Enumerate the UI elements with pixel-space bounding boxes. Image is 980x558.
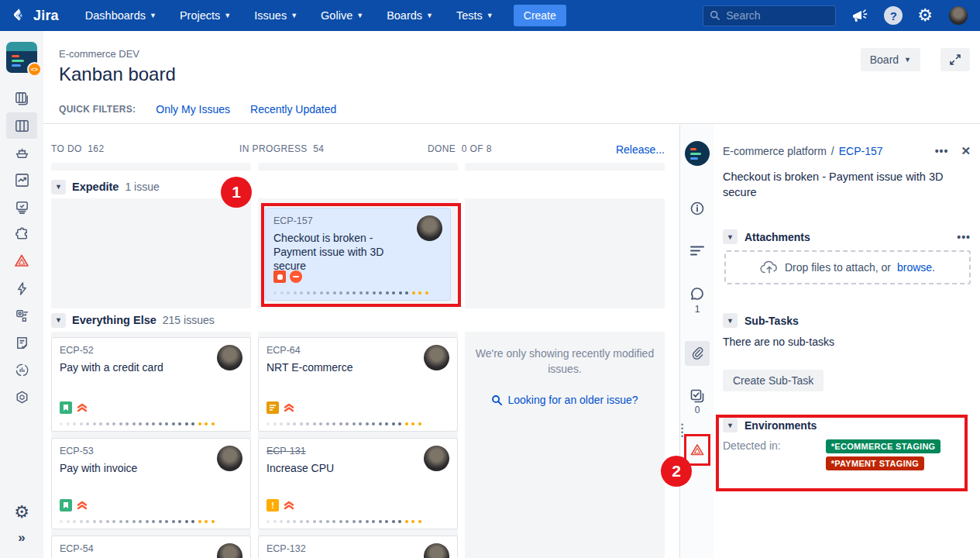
cycle-icon[interactable] bbox=[6, 356, 37, 383]
chevron-down-icon: ▼ bbox=[356, 12, 363, 19]
card-key[interactable]: ECP-64 bbox=[266, 345, 449, 356]
panel-resize-handle[interactable]: •••• bbox=[681, 423, 684, 439]
aging-dot bbox=[60, 422, 63, 425]
card-key[interactable]: ECP-132 bbox=[266, 543, 449, 554]
collapse-section-button[interactable]: ▼ bbox=[723, 418, 738, 432]
card-key[interactable]: ECP-53 bbox=[60, 446, 242, 456]
card-key[interactable]: ECP-54 bbox=[60, 543, 242, 554]
more-actions-icon[interactable]: ••• bbox=[935, 145, 949, 157]
collapse-section-button[interactable]: ▼ bbox=[723, 229, 738, 244]
help-icon[interactable]: ? bbox=[884, 6, 903, 25]
card-ecp-52[interactable]: ECP-52 Pay with a credit card bbox=[51, 337, 251, 432]
structure-icon[interactable] bbox=[6, 302, 37, 329]
settings-gear-icon[interactable]: ⚙ bbox=[14, 504, 29, 521]
bug-type-icon bbox=[273, 270, 286, 283]
swimlane-expedite-columns: ECP-157 Checkout is broken - Payment iss… bbox=[51, 198, 672, 308]
nav-item-dashboards[interactable]: Dashboards▼ bbox=[85, 9, 156, 22]
release-link[interactable]: Release... bbox=[616, 143, 665, 156]
expand-chevrons-icon[interactable]: » bbox=[18, 530, 25, 546]
aging-dot bbox=[198, 520, 201, 523]
pages-icon[interactable] bbox=[6, 329, 37, 356]
aging-dot bbox=[280, 291, 284, 294]
gear-icon[interactable]: ⚙ bbox=[917, 7, 933, 24]
jira-logo[interactable]: Jira bbox=[11, 7, 59, 24]
env-badge-ecommerce-staging[interactable]: *ECOMMERCE STAGING bbox=[826, 439, 941, 453]
filter-only-my-issues[interactable]: Only My Issues bbox=[156, 103, 230, 115]
section-label: Environments bbox=[744, 419, 817, 432]
aging-dot bbox=[99, 520, 102, 523]
raygun-icon[interactable] bbox=[6, 248, 37, 274]
card-ecp-53[interactable]: ECP-53 Pay with invoice bbox=[51, 438, 251, 529]
info-icon bbox=[689, 201, 705, 216]
card-key[interactable]: ECP-52 bbox=[60, 345, 242, 356]
hexagon-icon[interactable] bbox=[6, 384, 37, 410]
releases-icon[interactable] bbox=[6, 140, 37, 166]
env-badge-payment-staging[interactable]: *PAYMENT STAGING bbox=[826, 456, 924, 470]
project-name[interactable]: E-commerce DEV bbox=[59, 48, 139, 60]
breadcrumb-issue-link[interactable]: ECP-157 bbox=[839, 145, 883, 157]
reports-icon[interactable] bbox=[6, 167, 37, 193]
project-avatar[interactable]: <> bbox=[6, 42, 37, 73]
card-ecp-54[interactable]: ECP-54 bbox=[51, 536, 251, 558]
create-subtask-button[interactable]: Create Sub-Task bbox=[723, 370, 824, 391]
card-ecp-131[interactable]: ECP-131 Increase CPU ! bbox=[258, 438, 458, 529]
assignee-avatar[interactable] bbox=[424, 345, 449, 370]
nav-item-golive[interactable]: Golive▼ bbox=[321, 9, 363, 22]
collapse-swimlane-button[interactable]: ▼ bbox=[51, 313, 66, 328]
details-tab[interactable] bbox=[685, 239, 710, 264]
backlog-icon[interactable] bbox=[6, 85, 37, 112]
aging-dot bbox=[405, 422, 408, 425]
aging-dot bbox=[159, 422, 162, 425]
info-tab[interactable] bbox=[685, 196, 710, 221]
older-issue-link[interactable]: Looking for an older issue? bbox=[465, 394, 665, 406]
assignee-avatar[interactable] bbox=[217, 446, 242, 471]
aging-dot bbox=[339, 422, 342, 425]
aging-dot bbox=[172, 520, 175, 523]
aging-dot bbox=[379, 291, 382, 294]
comments-tab[interactable] bbox=[685, 281, 710, 306]
attachment-dropzone[interactable]: Drop files to attach, or browse. bbox=[724, 250, 971, 284]
assignee-avatar[interactable] bbox=[417, 215, 442, 241]
user-avatar[interactable] bbox=[947, 5, 969, 26]
highest-priority-icon bbox=[76, 499, 88, 512]
kanban-board: TO DO 162 IN PROGRESS 54 DONE 0 OF 8 Rel… bbox=[43, 125, 679, 558]
search-input[interactable] bbox=[726, 9, 819, 22]
kanban-board-icon[interactable] bbox=[6, 112, 37, 139]
megaphone-icon[interactable] bbox=[851, 7, 869, 24]
issues-icon[interactable] bbox=[6, 194, 37, 220]
search-box[interactable] bbox=[703, 5, 836, 26]
aging-dot bbox=[99, 422, 102, 425]
close-icon[interactable]: ✕ bbox=[961, 144, 971, 158]
card-title: NRT E-commerce bbox=[266, 360, 410, 374]
card-ecp-64[interactable]: ECP-64 NRT E-commerce bbox=[258, 337, 458, 432]
collapse-section-button[interactable]: ▼ bbox=[723, 313, 738, 328]
aging-dots bbox=[266, 422, 449, 425]
environments-tab[interactable] bbox=[685, 438, 710, 463]
browse-link[interactable]: browse. bbox=[897, 261, 935, 274]
board-menu-button[interactable]: Board▼ bbox=[861, 48, 920, 71]
more-actions-icon[interactable]: ••• bbox=[957, 231, 971, 243]
card-ecp-157[interactable]: ECP-157 Checkout is broken - Payment iss… bbox=[265, 208, 451, 301]
aging-dot bbox=[307, 291, 310, 294]
nav-item-boards[interactable]: Boards▼ bbox=[387, 9, 433, 22]
card-key[interactable]: ECP-131 bbox=[266, 446, 449, 456]
breadcrumb-project[interactable]: E-commerce platform bbox=[723, 145, 827, 157]
nav-item-tests[interactable]: Tests▼ bbox=[456, 9, 493, 22]
aging-dot bbox=[313, 291, 316, 294]
done-column-message: We're only showing recently modified iss… bbox=[465, 332, 665, 377]
collapse-swimlane-button[interactable]: ▼ bbox=[51, 180, 66, 195]
card-ecp-132[interactable]: ECP-132 bbox=[258, 536, 458, 558]
fullscreen-button[interactable] bbox=[940, 48, 970, 71]
attachments-tab[interactable] bbox=[685, 341, 710, 366]
nav-item-projects[interactable]: Projects▼ bbox=[180, 9, 231, 22]
panel-project-avatar[interactable] bbox=[685, 141, 710, 166]
addons-icon[interactable] bbox=[6, 221, 37, 247]
assignee-avatar[interactable] bbox=[217, 345, 242, 370]
nav-item-issues[interactable]: Issues▼ bbox=[254, 9, 297, 22]
assignee-avatar[interactable] bbox=[424, 446, 449, 471]
create-button[interactable]: Create bbox=[514, 5, 566, 26]
aging-dot bbox=[165, 520, 168, 523]
filter-recently-updated[interactable]: Recently Updated bbox=[250, 103, 336, 115]
quick-filters-label: QUICK FILTERS: bbox=[59, 104, 136, 115]
automation-icon[interactable] bbox=[6, 275, 37, 301]
